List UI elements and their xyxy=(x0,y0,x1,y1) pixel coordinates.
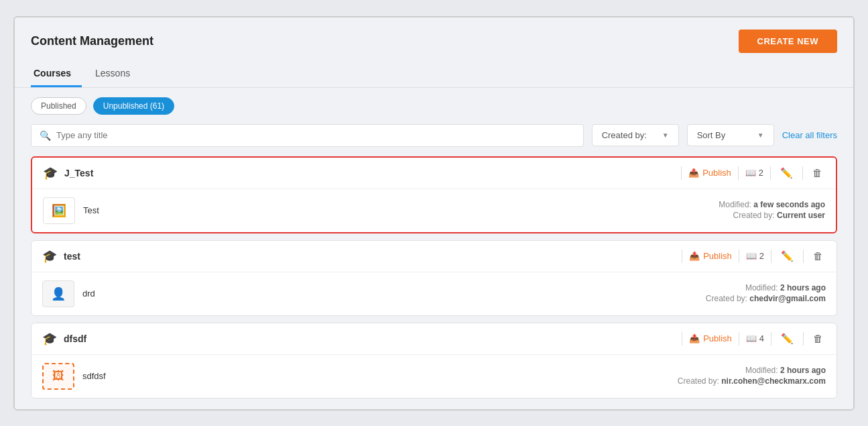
lesson-meta-3: Modified: 2 hours ago Created by: nir.co… xyxy=(678,366,826,387)
lesson-count-2: 📖 2 xyxy=(746,251,764,261)
tabs-row: Courses Lessons xyxy=(15,61,853,88)
list-item: 🖼 sdfdsf Modified: 2 hours ago Created b… xyxy=(32,355,836,398)
lesson-thumbnail-3: 🖼 xyxy=(42,363,74,390)
publish-button-2[interactable]: 📤 Publish xyxy=(689,251,732,261)
page-title: Content Management xyxy=(31,34,153,48)
lesson-name-1: Test xyxy=(83,205,710,215)
unpublished-filter-btn[interactable]: Unpublished (61) xyxy=(93,97,174,115)
list-item: 👤 drd Modified: 2 hours ago Created by: … xyxy=(32,272,836,315)
course-icon: 🎓 xyxy=(42,249,57,264)
edit-button-2[interactable]: ✏️ xyxy=(778,249,796,264)
lesson-name-3: sdfdsf xyxy=(82,371,670,381)
course-icon: 🎓 xyxy=(42,331,57,346)
course-card-2: 🎓 test 📤 Publish 📖 2 ✏️ xyxy=(31,240,837,316)
course-header-1: 🎓 J_Test 📤 Publish 📖 2 ✏️ xyxy=(32,158,836,189)
lesson-count-1: 📖 2 xyxy=(745,168,763,178)
publish-icon: 📤 xyxy=(689,251,700,261)
book-icon: 📖 xyxy=(746,333,757,343)
course-header-3: 🎓 dfsdf 📤 Publish 📖 4 ✏️ xyxy=(32,323,836,355)
book-icon: 📖 xyxy=(746,251,757,261)
course-title-2: test xyxy=(64,251,80,262)
divider xyxy=(739,250,739,263)
create-new-button[interactable]: CREATE NEW xyxy=(739,30,837,53)
search-box: 🔍 xyxy=(31,124,584,147)
divider xyxy=(682,250,682,263)
publish-button-1[interactable]: 📤 Publish xyxy=(688,168,731,178)
course-title-1: J_Test xyxy=(64,168,93,178)
chevron-down-icon: ▼ xyxy=(662,131,669,139)
divider xyxy=(682,332,682,345)
list-item: 🖼️ Test Modified: a few seconds ago Crea… xyxy=(32,189,836,232)
delete-button-1[interactable]: 🗑 xyxy=(810,166,825,180)
publish-icon: 📤 xyxy=(688,168,699,178)
tab-lessons[interactable]: Lessons xyxy=(92,61,141,87)
delete-button-2[interactable]: 🗑 xyxy=(810,249,826,263)
divider xyxy=(803,332,804,345)
course-header-2: 🎓 test 📤 Publish 📖 2 ✏️ xyxy=(32,241,836,272)
image-placeholder-icon: 🖼 xyxy=(52,369,64,383)
course-card-1: 🎓 J_Test 📤 Publish 📖 2 ✏️ xyxy=(31,156,837,233)
lesson-thumbnail-2: 👤 xyxy=(42,280,74,307)
lesson-count-3: 📖 4 xyxy=(746,333,764,343)
lesson-thumbnail-1: 🖼️ xyxy=(43,197,75,224)
divider xyxy=(802,166,803,180)
divider xyxy=(739,332,739,345)
lesson-meta-2: Modified: 2 hours ago Created by: chedvi… xyxy=(706,283,826,305)
published-filter-btn[interactable]: Published xyxy=(31,97,86,115)
lesson-meta-1: Modified: a few seconds ago Created by: … xyxy=(719,200,825,221)
divider xyxy=(803,250,804,263)
delete-button-3[interactable]: 🗑 xyxy=(810,331,826,345)
lesson-name-2: drd xyxy=(82,288,698,299)
filter-row: Published Unpublished (61) xyxy=(15,88,853,124)
sort-by-dropdown[interactable]: Sort By ▼ xyxy=(687,124,774,146)
chevron-down-icon: ▼ xyxy=(757,131,764,139)
divider xyxy=(770,166,771,180)
search-row: 🔍 Created by: ▼ Sort By ▼ Clear all filt… xyxy=(15,124,853,156)
divider xyxy=(771,332,771,345)
search-input[interactable] xyxy=(56,130,575,140)
edit-button-1[interactable]: ✏️ xyxy=(778,166,796,180)
edit-button-3[interactable]: ✏️ xyxy=(778,331,796,346)
book-icon: 📖 xyxy=(745,168,756,178)
created-by-dropdown[interactable]: Created by: ▼ xyxy=(592,124,679,146)
course-icon: 🎓 xyxy=(43,166,58,180)
main-window: Content Management CREATE NEW Courses Le… xyxy=(13,16,855,411)
content-area: 🎓 J_Test 📤 Publish 📖 2 ✏️ xyxy=(15,156,853,409)
course-title-3: dfsdf xyxy=(64,333,86,344)
search-icon: 🔍 xyxy=(40,130,51,141)
course-card-3: 🎓 dfsdf 📤 Publish 📖 4 ✏️ xyxy=(31,323,837,398)
image-icon: 🖼️ xyxy=(52,203,66,218)
user-icon: 👤 xyxy=(51,286,66,301)
publish-icon: 📤 xyxy=(689,333,700,343)
divider xyxy=(771,250,771,263)
tab-courses[interactable]: Courses xyxy=(31,61,82,87)
header: Content Management CREATE NEW xyxy=(15,17,853,61)
divider xyxy=(738,166,739,180)
clear-filters-link[interactable]: Clear all filters xyxy=(782,130,837,140)
publish-button-3[interactable]: 📤 Publish xyxy=(689,333,732,343)
divider xyxy=(681,166,682,180)
